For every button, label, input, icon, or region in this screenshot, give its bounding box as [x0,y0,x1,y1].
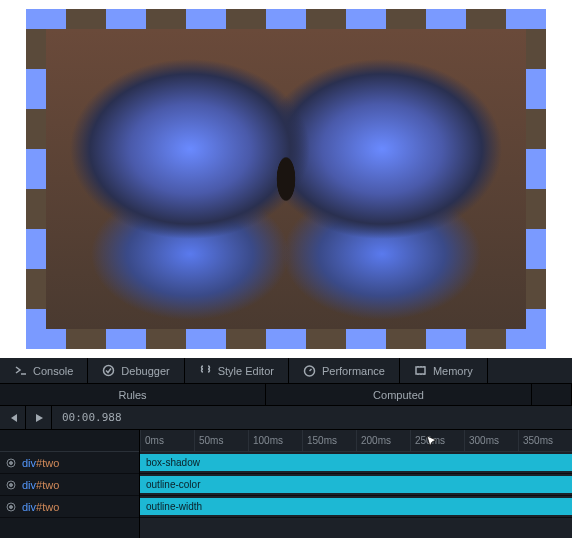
subtab-label: Rules [118,389,146,401]
selector-id: #two [36,457,59,469]
ruler-tick: 100ms [248,430,283,451]
tab-debugger[interactable]: Debugger [88,358,184,383]
ruler-tick: 50ms [194,430,223,451]
memory-icon [414,364,427,377]
track-bar: outline-width [140,498,572,515]
tab-memory[interactable]: Memory [400,358,488,383]
target-icon [6,458,16,468]
rewind-button[interactable] [0,406,26,430]
ruler-tick: 250ms [410,430,445,451]
selector-id: #two [36,479,59,491]
tab-label: Style Editor [218,365,274,377]
selector-tag: div [22,479,36,491]
tab-label: Performance [322,365,385,377]
debugger-icon [102,364,115,377]
subtab-computed[interactable]: Computed [266,384,532,405]
timeline-area: div#two div#two div#two 0ms 50ms 100ms 1… [0,430,572,538]
style-editor-icon [199,364,212,377]
track-row[interactable]: outline-color [140,474,572,496]
ruler-tick: 350ms [518,430,553,451]
selector-header-blank [0,430,139,452]
ruler-tick: 200ms [356,430,391,451]
svg-rect-2 [416,367,425,374]
selector-tag: div [22,457,36,469]
tab-style-editor[interactable]: Style Editor [185,358,289,383]
svg-point-0 [104,366,114,376]
selector-row[interactable]: div#two [0,496,139,518]
tab-label: Memory [433,365,473,377]
tab-label: Debugger [121,365,169,377]
target-icon [6,502,16,512]
sidebar-tabs: Rules Computed [0,384,572,406]
ruler-tick: 150ms [302,430,337,451]
animation-controls: 00:00.988 [0,406,572,430]
preview-area [0,0,572,358]
svg-point-6 [10,483,13,486]
tool-tabs: Console Debugger Style Editor Performanc… [0,358,572,384]
selectors-column: div#two div#two div#two [0,430,140,538]
tab-performance[interactable]: Performance [289,358,400,383]
butterfly-image [46,29,526,329]
tracks-column: 0ms 50ms 100ms 150ms 200ms 250ms 300ms 3… [140,430,572,538]
ruler-tick: 0ms [140,430,164,451]
svg-point-4 [10,461,13,464]
track-row[interactable]: box-shadow [140,452,572,474]
selector-row[interactable]: div#two [0,474,139,496]
selector-tag: div [22,501,36,513]
timeline-ruler[interactable]: 0ms 50ms 100ms 150ms 200ms 250ms 300ms 3… [140,430,572,452]
time-display: 00:00.988 [52,411,132,424]
subtab-extra[interactable] [532,384,572,405]
target-icon [6,480,16,490]
selector-row[interactable]: div#two [0,452,139,474]
play-button[interactable] [26,406,52,430]
tab-label: Console [33,365,73,377]
console-icon [14,364,27,377]
subtab-rules[interactable]: Rules [0,384,266,405]
performance-icon [303,364,316,377]
track-bar: box-shadow [140,454,572,471]
ruler-tick: 300ms [464,430,499,451]
svg-point-8 [10,505,13,508]
subtab-label: Computed [373,389,424,401]
selector-id: #two [36,501,59,513]
preview-element [26,9,546,349]
devtools-panel: Console Debugger Style Editor Performanc… [0,358,572,538]
track-row[interactable]: outline-width [140,496,572,518]
track-bar: outline-color [140,476,572,493]
tab-console[interactable]: Console [0,358,88,383]
